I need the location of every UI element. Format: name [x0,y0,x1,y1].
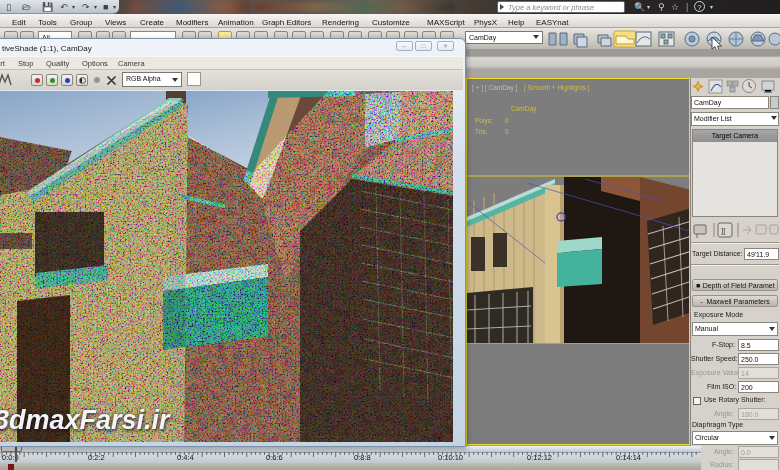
svg-text:[ + ] [ CamDay ]: [ + ] [ CamDay ] [472,84,518,92]
svg-text:[ Smooth + Highlights ]: [ Smooth + Highlights ] [524,84,590,92]
svg-text:][: ][ [721,226,726,235]
svg-text:Polys:: Polys: [475,117,493,125]
svg-text:Tris:: Tris: [475,128,488,135]
svg-text:0: 0 [505,128,509,135]
svg-text:CamDay: CamDay [511,105,537,113]
svg-text:0: 0 [505,117,509,124]
